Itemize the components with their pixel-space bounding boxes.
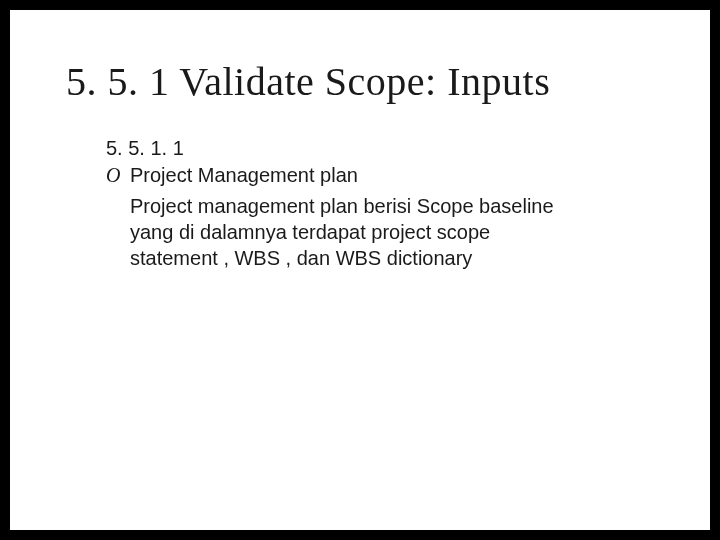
- bullet-label: Project Management plan: [130, 164, 358, 187]
- body-paragraph: Project management plan berisi Scope bas…: [130, 193, 560, 271]
- slide-content: 5. 5. 1. 1 O Project Management plan Pro…: [66, 137, 654, 271]
- subsection-number: 5. 5. 1. 1: [106, 137, 654, 160]
- bullet-marker: O: [106, 164, 130, 187]
- slide-title: 5. 5. 1 Validate Scope: Inputs: [66, 58, 654, 105]
- slide: 5. 5. 1 Validate Scope: Inputs 5. 5. 1. …: [10, 10, 710, 530]
- bullet-item: O Project Management plan: [106, 164, 654, 187]
